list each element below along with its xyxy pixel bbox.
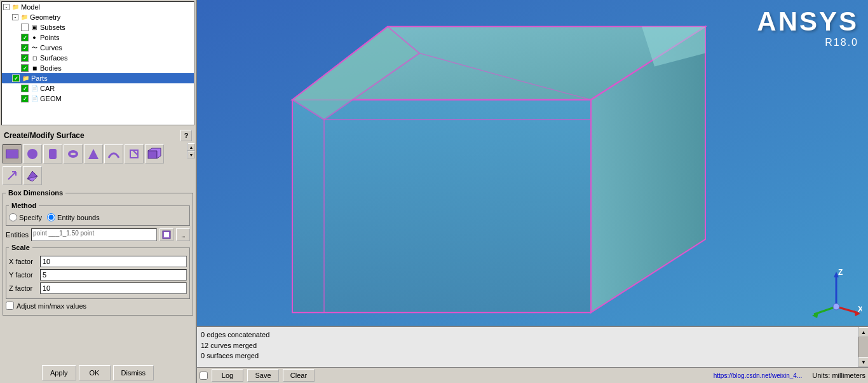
bottom-buttons: Apply OK Dismiss	[0, 363, 196, 383]
scroll-up-btn[interactable]: ▲	[187, 143, 195, 151]
cone-tool[interactable]	[84, 144, 103, 164]
box3d-tool[interactable]	[145, 144, 164, 164]
tree-item-geom[interactable]: ✓ 📄 GEOM	[2, 94, 194, 104]
method-radio-row: Specify Entity bounds	[9, 213, 187, 221]
entities-row: Entities point ___1_1.50 point ...	[6, 228, 190, 241]
entities-select-btn[interactable]	[159, 228, 173, 241]
tree-label-curves: Curves	[40, 44, 62, 52]
dismiss-button[interactable]: Dismiss	[113, 365, 154, 380]
console-scrollbar: ▲ ▼	[858, 327, 868, 367]
scroll-down-btn[interactable]: ▼	[187, 151, 195, 158]
axes-widget: Z X	[811, 268, 849, 307]
console-line-1: 0 edges concatenated	[201, 330, 854, 340]
curve-tool[interactable]	[104, 144, 123, 164]
console-bottom: Log Save Clear https://blog.csdn.net/wei…	[197, 367, 868, 383]
tree-item-curves[interactable]: ✓ 〜 Curves	[2, 43, 194, 53]
small-tool[interactable]	[125, 144, 144, 164]
console-scroll-down[interactable]: ▼	[858, 357, 868, 367]
viewport-3d[interactable]: ANSYS R18.0 Z X	[197, 0, 868, 326]
panel-header: Create/Modify Surface ?	[1, 128, 194, 143]
save-button[interactable]: Save	[247, 369, 279, 382]
tree-label-car: CAR	[40, 85, 55, 92]
model-icon: 📁	[11, 3, 20, 11]
cylinder-tool[interactable]	[43, 144, 62, 164]
checkbox-geom[interactable]: ✓	[21, 95, 29, 102]
tree-item-geometry[interactable]: - 📁 Geometry	[2, 12, 194, 22]
entities-input[interactable]: point ___1_1.50 point	[31, 228, 157, 241]
car-icon: 📄	[30, 84, 39, 93]
tree-label-geom: GEOM	[40, 95, 62, 102]
console-scroll-up[interactable]: ▲	[858, 327, 868, 337]
help-button[interactable]: ?	[180, 130, 192, 141]
expand-icon-model[interactable]: -	[3, 4, 10, 10]
clear-button[interactable]: Clear	[283, 369, 315, 382]
units-text: Units: millimeters	[812, 372, 865, 379]
tree-item-points[interactable]: ✓ ● Points	[2, 32, 194, 43]
ok-button[interactable]: OK	[79, 365, 111, 380]
adjust-label: Adjust min/max values	[17, 302, 86, 310]
box-dimensions-legend: Box Dimensions	[6, 189, 65, 197]
log-checkbox[interactable]	[200, 372, 208, 380]
checkbox-car[interactable]: ✓	[21, 85, 29, 92]
parts-icon: 📁	[21, 74, 30, 83]
entity-radio[interactable]	[47, 213, 55, 221]
url-text: https://blog.csdn.net/weixin_4...	[714, 372, 803, 379]
checkbox-points[interactable]: ✓	[21, 34, 29, 41]
ansys-version-text: R18.0	[757, 37, 858, 48]
svg-text:X: X	[858, 305, 862, 314]
box-tool[interactable]	[3, 144, 22, 164]
expand-icon-geometry[interactable]: -	[12, 14, 18, 20]
tree-item-bodies[interactable]: ✓ ◼ Bodies	[2, 63, 194, 73]
checkbox-bodies[interactable]: ✓	[21, 64, 29, 72]
model-svg	[197, 0, 868, 326]
svg-rect-0	[148, 151, 157, 158]
tree-label-points: Points	[40, 34, 60, 41]
torus-tool[interactable]	[64, 144, 83, 164]
entity-radio-label[interactable]: Entity bounds	[47, 213, 100, 221]
box-dimensions-group: Box Dimensions Method Specify Entity bou…	[3, 189, 193, 316]
z-factor-label: Z factor	[9, 284, 37, 292]
sphere-tool[interactable]	[23, 144, 42, 164]
tree-item-parts[interactable]: ✓ 📁 Parts	[2, 73, 194, 83]
viewport-area: ANSYS R18.0 Z X	[197, 0, 868, 383]
console-text: 0 edges concatenated 12 curves merged 0 …	[197, 327, 858, 367]
method-legend: Method	[9, 202, 39, 209]
bodies-icon: ◼	[30, 64, 39, 73]
arrow-tool[interactable]	[3, 166, 22, 185]
left-panel: - 📁 Model - 📁 Geometry ▣ Subsets ✓ ● Poi…	[0, 0, 197, 383]
x-factor-row: X factor	[9, 256, 187, 267]
geometry-icon: 📁	[20, 13, 29, 22]
tree-item-subsets[interactable]: ▣ Subsets	[2, 22, 194, 32]
checkbox-surfaces[interactable]: ✓	[21, 54, 29, 62]
z-factor-row: Z factor	[9, 282, 187, 294]
specify-radio[interactable]	[9, 213, 17, 221]
tree-item-car[interactable]: ✓ 📄 CAR	[2, 83, 194, 94]
y-factor-input[interactable]	[40, 269, 187, 281]
ansys-logo: ANSYS R18.0	[757, 6, 858, 48]
tree-label-parts: Parts	[31, 74, 48, 82]
facet-tool[interactable]	[23, 166, 42, 185]
panel-title: Create/Modify Surface	[4, 131, 85, 140]
checkbox-parts[interactable]: ✓	[12, 74, 20, 82]
specify-radio-label[interactable]: Specify	[9, 213, 42, 221]
entities-value: point ___1_1.50 point	[33, 230, 94, 237]
adjust-checkbox[interactable]	[6, 302, 14, 310]
entities-label: Entities	[6, 231, 29, 239]
z-factor-input[interactable]	[40, 282, 187, 294]
surfaces-icon: ◻	[30, 53, 39, 62]
panel-scrollbar[interactable]: ▲ ▼	[187, 143, 194, 158]
console-area: 0 edges concatenated 12 curves merged 0 …	[197, 326, 868, 383]
entities-more-btn[interactable]: ...	[176, 228, 190, 241]
log-button[interactable]: Log	[212, 369, 243, 382]
checkbox-subsets[interactable]	[21, 24, 29, 31]
checkbox-curves[interactable]: ✓	[21, 44, 29, 52]
tree-item-surfaces[interactable]: ✓ ◻ Surfaces	[2, 53, 194, 63]
svg-text:Z: Z	[838, 268, 843, 277]
tree-area: - 📁 Model - 📁 Geometry ▣ Subsets ✓ ● Poi…	[1, 1, 194, 125]
tree-label-bodies: Bodies	[40, 64, 62, 72]
x-factor-input[interactable]	[40, 256, 187, 267]
apply-button[interactable]: Apply	[42, 365, 76, 380]
tree-item-model[interactable]: - 📁 Model	[2, 2, 194, 12]
shape-toolbar-row2	[1, 165, 187, 186]
axes-svg: Z X	[811, 268, 862, 319]
